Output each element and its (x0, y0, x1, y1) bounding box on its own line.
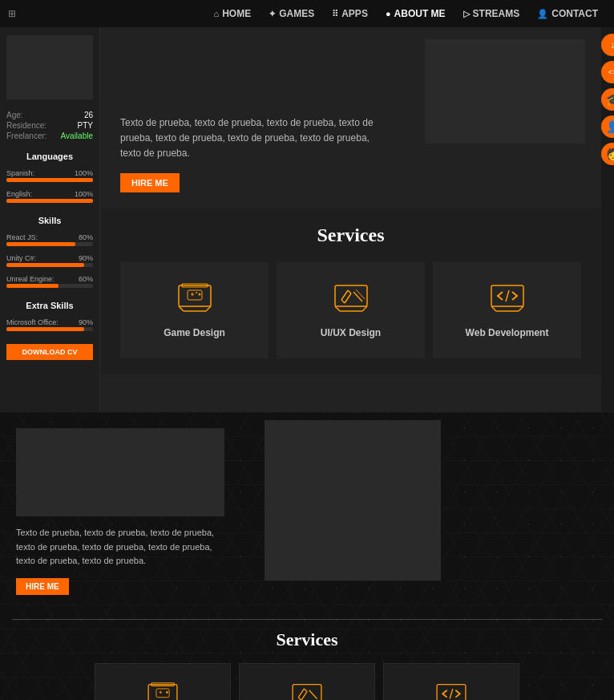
profile-photo (425, 39, 585, 144)
services-grid: Game Design (120, 262, 581, 358)
nav-items: ⌂ HOME ✦ GAMES ⠿ APPS ● ABOUT ME ▷ STREA… (206, 3, 606, 24)
right-btn-code[interactable]: <> (601, 61, 614, 83)
svg-line-39 (304, 689, 307, 692)
apps-icon: ⠿ (332, 9, 338, 19)
brand-icon: ⊞ (8, 8, 16, 19)
bottom-right (257, 412, 614, 611)
nav-contact[interactable]: 👤 CONTACT (529, 3, 606, 24)
sidebar-photo (6, 35, 93, 99)
right-btn-download[interactable]: ↓ (601, 34, 614, 56)
lang-spanish: Spanish: 100% (6, 169, 93, 182)
right-btn-person[interactable]: 🧑 (601, 143, 614, 165)
web-dev-label: Web Development (466, 327, 549, 338)
svg-line-17 (341, 300, 345, 303)
svg-line-16 (345, 293, 351, 303)
bottom-services: Services Game Design (0, 611, 614, 700)
languages-title: Languages (6, 152, 93, 161)
contact-icon: 👤 (537, 9, 548, 19)
svg-line-38 (298, 689, 304, 698)
skill-msoffice: Microsoft Office: 90% (6, 318, 93, 331)
lang-english: English: 100% (6, 190, 93, 203)
bottom-photo-large (265, 420, 441, 581)
bottom-hire-me-button[interactable]: HIRE ME (16, 578, 69, 595)
svg-line-19 (356, 289, 365, 299)
skill-reactjs: React JS: 80% (6, 233, 93, 246)
bottom-section: Texto de prueba, texto de prueba, texto … (0, 412, 614, 700)
service-card-game-design[interactable]: Game Design (120, 262, 269, 358)
bottom-web-dev-icon (435, 682, 467, 700)
svg-point-31 (166, 691, 168, 694)
bottom-service-web-dev[interactable]: Web Development (383, 663, 519, 700)
svg-line-18 (353, 292, 362, 301)
home-icon: ⌂ (214, 9, 220, 18)
service-card-web-dev[interactable]: Web Development (433, 262, 581, 358)
svg-rect-0 (179, 285, 211, 306)
content-area: Texto de prueba, texto de prueba, texto … (100, 27, 601, 412)
ui-ux-icon (333, 282, 369, 318)
game-design-icon (177, 282, 212, 318)
right-btn-user[interactable]: 👤 (601, 115, 614, 138)
freelance-row: Freelancer: Available (6, 132, 93, 140)
svg-rect-25 (148, 684, 177, 700)
svg-line-3 (206, 306, 211, 311)
svg-line-12 (362, 306, 367, 311)
residence-row: Residence: PTY (6, 121, 93, 130)
bottom-ui-ux-icon (291, 682, 323, 700)
extra-skills-title: Extra Skills (6, 301, 93, 310)
bottom-about-text: Texto de prueba, texto de prueba, texto … (16, 526, 224, 568)
age-row: Age: 26 (6, 111, 93, 119)
nav-about[interactable]: ● ABOUT ME (378, 3, 454, 24)
skill-unity: Unity C#: 90% (6, 254, 93, 267)
svg-line-14 (341, 290, 348, 300)
sidebar: Age: 26 Residence: PTY Freelancer: Avail… (0, 27, 100, 412)
nav-home[interactable]: ⌂ HOME (206, 3, 260, 24)
hire-me-button[interactable]: HIRE ME (120, 173, 180, 192)
svg-line-15 (348, 290, 351, 293)
top-section: Age: 26 Residence: PTY Freelancer: Avail… (0, 27, 614, 412)
web-dev-icon (490, 282, 525, 318)
svg-line-22 (519, 306, 523, 311)
nav-streams[interactable]: ▷ STREAMS (455, 3, 528, 24)
ui-ux-label: UI/UX Design (321, 327, 381, 338)
right-btn-graduate[interactable]: 🎓 (601, 88, 614, 111)
services-title: Services (120, 225, 581, 246)
svg-line-24 (506, 290, 509, 301)
bottom-content: Texto de prueba, texto de prueba, texto … (0, 412, 614, 611)
bottom-service-game-design[interactable]: Game Design (95, 663, 231, 700)
bottom-service-ui-ux[interactable]: UI/UX Design (239, 663, 375, 700)
nav-games[interactable]: ✦ GAMES (261, 3, 322, 24)
svg-line-42 (309, 690, 317, 699)
services-divider (12, 619, 602, 620)
svg-line-21 (491, 306, 496, 311)
about-text: Texto de prueba, texto de prueba, texto … (120, 115, 377, 162)
services-section: Services (100, 208, 601, 374)
about-icon: ● (386, 9, 391, 18)
skills-title: Skills (6, 216, 93, 225)
games-icon: ✦ (269, 9, 276, 19)
bottom-services-title: Services (12, 629, 602, 650)
bottom-left: Texto de prueba, texto de prueba, texto … (0, 412, 257, 611)
svg-point-7 (196, 292, 197, 293)
sidebar-info: Age: 26 Residence: PTY Freelancer: Avail… (6, 111, 93, 142)
bottom-services-grid: Game Design UI/UX De (12, 663, 602, 700)
svg-line-41 (298, 697, 301, 700)
download-cv-button[interactable]: DOWNLOAD CV (6, 344, 93, 360)
navbar: ⊞ ⌂ HOME ✦ GAMES ⠿ APPS ● ABOUT ME ▷ STR… (0, 0, 614, 27)
svg-line-40 (301, 691, 307, 700)
svg-line-11 (335, 306, 340, 311)
service-card-ui-ux[interactable]: UI/UX Design (277, 262, 425, 358)
bottom-game-design-icon (147, 682, 179, 700)
game-design-label: Game Design (164, 327, 225, 338)
svg-line-47 (450, 689, 453, 699)
right-sidebar: ↓ <> 🎓 👤 🧑 (601, 27, 614, 412)
svg-point-6 (198, 293, 200, 295)
svg-line-2 (179, 306, 184, 311)
nav-apps[interactable]: ⠿ APPS (324, 3, 376, 24)
streams-icon: ▷ (463, 9, 470, 19)
bottom-photo-1 (16, 428, 224, 516)
skill-unreal: Unreal Engine: 60% (6, 275, 93, 288)
